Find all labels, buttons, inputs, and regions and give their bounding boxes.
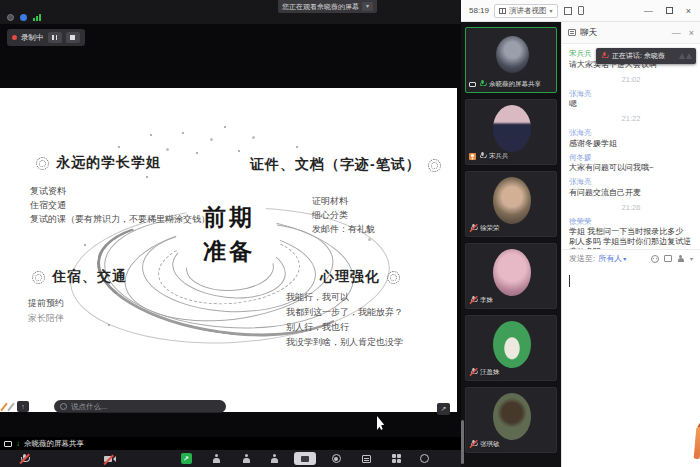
- quick-chat-bar[interactable]: 说点什么...: [54, 400, 226, 413]
- slide-section-items: 我能行，我可以 我都到这一步了，我能放弃？ 别人行，我也行 我没学到啥，别人肯定…: [286, 290, 403, 350]
- slide-bullet: 复试的课（要有辨识力，不要稀里糊涂交钱）: [30, 212, 210, 226]
- side-panel-icon[interactable]: [578, 6, 584, 15]
- participants-button[interactable]: [238, 452, 254, 465]
- meeting-window: 您正在观看佘晓薇的屏幕 ▾ 录制中: [0, 0, 700, 467]
- fullscreen-icon[interactable]: [564, 7, 572, 15]
- chat-message: 何冬媛 大家有问题可以问我哦~: [569, 153, 693, 174]
- slide-section-items: 提前预约 家长陪伴: [28, 296, 64, 326]
- caret-down-icon: ▾: [623, 255, 626, 262]
- chat-minimize-button[interactable]: —: [672, 28, 681, 38]
- pause-recording-button[interactable]: [48, 32, 62, 43]
- deco-dot: [108, 324, 110, 326]
- deco-dot: [182, 132, 184, 134]
- participant-label: 张琪敏: [469, 439, 500, 449]
- docs-button[interactable]: [358, 452, 374, 465]
- chat-sender: 张海亮: [569, 177, 693, 186]
- chat-message: 张海亮 感谢冬媛学姐: [569, 128, 693, 149]
- slide-bullet: 住宿交通: [30, 198, 210, 212]
- share-screen-button[interactable]: ↗: [178, 452, 194, 465]
- shield-icon[interactable]: [20, 14, 27, 21]
- start-video-button[interactable]: [102, 452, 118, 465]
- manage-members-button[interactable]: [266, 452, 282, 465]
- chat-button-active[interactable]: [293, 452, 317, 465]
- chat-footer: 发送至: 所有人 ▾ ▾: [562, 249, 700, 267]
- participant-label: 汪盈姝: [469, 367, 500, 377]
- deco-dot: [166, 148, 169, 151]
- send-to-selector[interactable]: 所有人 ▾: [598, 253, 626, 264]
- mouse-cursor: [377, 416, 386, 430]
- unmute-button[interactable]: [16, 452, 32, 465]
- record-button[interactable]: [328, 452, 344, 465]
- chat-text: 感谢冬媛学姐: [569, 139, 693, 149]
- view-mode-label: 演讲者视图: [509, 6, 547, 16]
- participant-tile[interactable]: 徐荣荣: [465, 171, 557, 237]
- stop-recording-button[interactable]: [66, 32, 80, 43]
- participant-name: 徐荣荣: [480, 224, 500, 233]
- participant-tile[interactable]: 宋兵兵: [465, 99, 557, 165]
- chat-icon: [568, 29, 576, 36]
- host-badge-icon: [469, 153, 476, 160]
- settings-button[interactable]: [416, 452, 432, 465]
- emoji-icon[interactable]: [651, 255, 659, 263]
- participant-tile[interactable]: 张琪敏: [465, 387, 557, 453]
- participant-name: 张琪敏: [480, 440, 500, 449]
- screen-share-area: 您正在观看佘晓薇的屏幕 ▾ 录制中: [0, 0, 461, 450]
- apps-button[interactable]: [388, 452, 404, 465]
- send-to-label: 发送至:: [569, 253, 595, 264]
- window-maximize-button[interactable]: [666, 7, 673, 14]
- mention-person-icon[interactable]: [677, 255, 685, 263]
- participant-tile[interactable]: 汪盈姝: [465, 315, 557, 381]
- participant-tile[interactable]: 李姝: [465, 243, 557, 309]
- slide-bullet: 我都到这一步了，我能放弃？: [286, 305, 403, 320]
- window-minimize-button[interactable]: —: [644, 6, 653, 16]
- deco-dot: [146, 176, 148, 178]
- invite-button[interactable]: [208, 452, 224, 465]
- chat-sender: 张海亮: [569, 128, 693, 137]
- deco-dot: [252, 136, 255, 139]
- mic-status-icon[interactable]: [7, 14, 14, 21]
- slide-bullet: 我能行，我可以: [286, 290, 403, 305]
- chat-close-button[interactable]: ×: [689, 28, 694, 38]
- chat-text: 嗯: [569, 99, 693, 109]
- deco-dot: [224, 126, 226, 128]
- chat-messages[interactable]: 正在讲话: 佘晓薇 宋兵兵 请大家实名下进大会议啊 21:02 张海亮 嗯 21…: [562, 44, 700, 249]
- record-icon: [332, 454, 341, 463]
- layout-grid-icon: [499, 8, 506, 14]
- rosette-icon: [387, 271, 400, 284]
- window-close-button[interactable]: ×: [686, 6, 691, 16]
- raise-icon[interactable]: ↑: [17, 401, 29, 412]
- chat-text: 学姐 我想问一下当时报录比多少 刷人多吗 学姐当时你们那边复试逆袭的多吗: [569, 227, 693, 249]
- deco-dot: [296, 146, 298, 148]
- chat-bubble-icon: [294, 452, 316, 465]
- right-topbar: 58:19 演讲者视图 ▾ — ×: [461, 0, 700, 22]
- network-signal-icon[interactable]: [33, 14, 41, 21]
- chat-header: 聊天 — ×: [562, 22, 700, 44]
- participants-scrollbar[interactable]: [461, 420, 464, 464]
- highlighter-icon[interactable]: [7, 402, 15, 411]
- slide-section-items: 复试资料 住宿交通 复试的课（要有辨识力，不要稀里糊涂交钱）: [30, 184, 210, 226]
- chat-sender: 徐荣荣: [569, 217, 693, 226]
- image-icon[interactable]: [664, 255, 672, 262]
- collapse-chevron-icon[interactable]: ▾: [362, 2, 373, 11]
- caret-down-icon: ▾: [690, 255, 693, 262]
- chat-input[interactable]: [562, 267, 700, 467]
- chat-header-buttons: — ×: [672, 28, 694, 38]
- meeting-toolbar: ↗: [0, 450, 461, 467]
- shared-slide: 前期 准备 永远的学长学姐 复试资料 住宿交通 复试的课（要有辨识力，不要稀里糊…: [0, 88, 457, 412]
- expand-icon[interactable]: ↗: [437, 403, 450, 415]
- pencil-graphic: [694, 427, 700, 459]
- chat-message: 张海亮 嗯: [569, 89, 693, 110]
- participant-tile-screenshare[interactable]: 佘晓薇的屏幕共享: [465, 27, 557, 93]
- invite-person-icon: [212, 454, 221, 464]
- slide-section-title: 永远的学长学姐: [36, 154, 161, 172]
- mic-muted-icon: [470, 296, 477, 304]
- section-title-text: 永远的学长学姐: [56, 154, 161, 172]
- view-mode-button[interactable]: 演讲者视图 ▾: [494, 4, 558, 18]
- deco-dot: [118, 146, 120, 148]
- participants-strip: 佘晓薇的屏幕共享 宋兵兵 徐荣荣 李姝: [461, 22, 561, 467]
- mic-muted-icon: [470, 440, 477, 448]
- text-caret: [569, 275, 570, 287]
- deco-dot: [210, 138, 213, 141]
- recording-pill: 录制中: [7, 29, 85, 46]
- mic-icon: [479, 152, 486, 160]
